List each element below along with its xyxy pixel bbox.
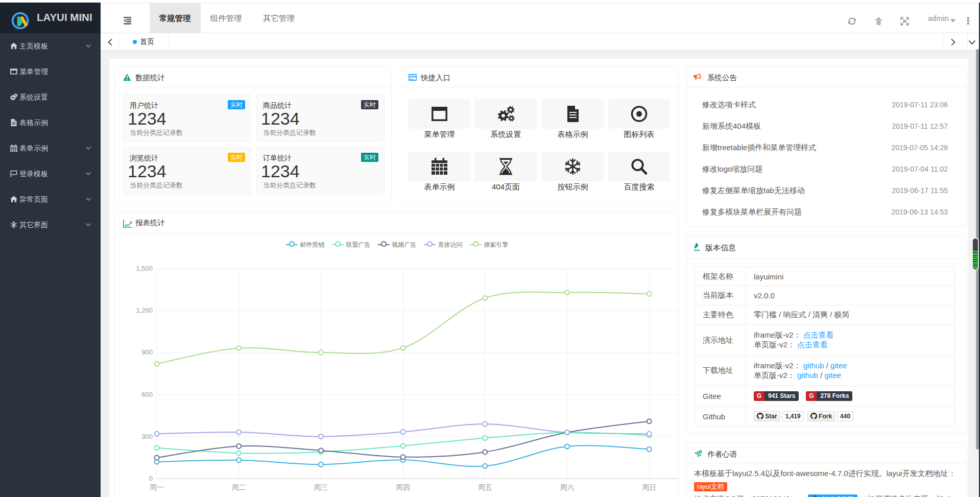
- svg-text:周二: 周二: [232, 483, 246, 491]
- svg-text:周一: 周一: [150, 483, 164, 491]
- svg-text:周四: 周四: [396, 483, 410, 491]
- svg-text:周日: 周日: [642, 483, 656, 491]
- svg-text:1,500: 1,500: [136, 265, 153, 272]
- svg-text:周三: 周三: [314, 483, 328, 491]
- svg-text:600: 600: [141, 391, 153, 398]
- svg-text:周五: 周五: [478, 483, 492, 491]
- svg-text:周六: 周六: [560, 483, 575, 491]
- svg-text:0: 0: [149, 475, 153, 482]
- svg-text:900: 900: [141, 348, 153, 356]
- svg-text:300: 300: [141, 433, 153, 440]
- svg-text:1,200: 1,200: [136, 306, 153, 314]
